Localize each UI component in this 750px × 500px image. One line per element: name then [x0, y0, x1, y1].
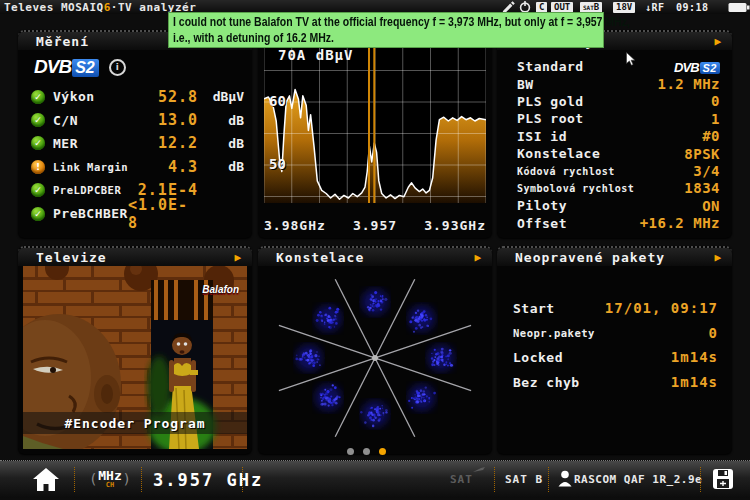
measurement-value: 13.0 [158, 111, 198, 129]
info-icon[interactable]: i [109, 59, 126, 76]
separator [141, 467, 142, 492]
param-row: Offset +16.2 MHz [497, 215, 732, 232]
param-label: ISI id [517, 129, 567, 144]
param-value: #0 [702, 128, 720, 144]
measurement-row: ! Link Margin 4.3 dB [18, 155, 252, 178]
page-dot[interactable] [363, 448, 370, 455]
separator [700, 467, 701, 492]
param-label: BW [517, 77, 534, 92]
analyzer-screen: Televes MOSAIQ6·TV analyzér C OUT SATB 1… [0, 0, 750, 500]
save-button[interactable] [712, 468, 734, 494]
check-icon: ✓ [31, 90, 45, 104]
check-icon: ✓ [31, 136, 45, 150]
param-value: 1834 [684, 180, 720, 196]
panel-televize-header[interactable]: Televize ▶ [18, 248, 252, 266]
measurement-label: Link Margin [53, 161, 128, 173]
check-icon: ✓ [31, 113, 45, 127]
measurement-row: ✓ Výkon 52.8 dBμV [18, 85, 252, 108]
counter-value: 1m14s [671, 349, 718, 365]
panel-konstelace-title: Konstelace [276, 250, 364, 265]
tv-preview[interactable]: Balafon #Encoder Program [23, 266, 247, 449]
page-dot[interactable] [379, 448, 386, 455]
param-row: Konstelace 8PSK [497, 145, 732, 162]
measurement-value: 4.3 [168, 158, 198, 176]
panel-neopravene-title: Neopravené pakety [515, 250, 665, 265]
param-row: BW 1.2 MHz [497, 75, 732, 92]
param-row: Piloty ON [497, 197, 732, 214]
channel-logo: Balafon [202, 284, 239, 295]
separator [494, 467, 495, 492]
param-value: 1 [711, 111, 720, 127]
measurement-unit: dB [198, 136, 244, 151]
check-icon: ✓ [31, 207, 45, 221]
chevron-right-icon: ▶ [714, 251, 722, 264]
mouse-cursor [626, 52, 637, 71]
frequency-display[interactable]: 3.957 GHz [153, 470, 263, 490]
measurement-label: Výkon [53, 89, 95, 104]
page-dot[interactable] [347, 448, 354, 455]
counter-label: Neopr.pakety [513, 327, 595, 339]
param-label: Konstelace [517, 146, 600, 161]
measurement-label: MER [53, 136, 78, 151]
panel-mereni: Měření DVBS2 i ✓ Výkon 52.8 dBμV✓ C/N 13… [18, 30, 252, 238]
counter-label: Locked [513, 350, 563, 365]
rf-indicator: ↓RF [645, 2, 665, 13]
constellation-diagram [258, 266, 492, 452]
separator [548, 467, 549, 492]
sat-band-button[interactable]: SAT B [505, 473, 543, 486]
annotation-line2: i.e., with a detuning of 16.2 MHz. [173, 30, 531, 46]
measurement-row: ✓ MER 12.2 dB [18, 132, 252, 155]
measurement-value: 12.2 [158, 134, 198, 152]
dvb-s2-logo: DVBS2 i [34, 56, 126, 78]
chevron-right-icon: ▶ [474, 251, 482, 264]
counter-row: Bez chyb 1m14s [497, 370, 732, 395]
badge-sat-b: SATB [580, 2, 602, 13]
measurement-unit: dB [198, 113, 244, 128]
param-label: Symbolová rychlost [517, 183, 634, 194]
dvb-s2-logo-small: DVBS2 [674, 59, 720, 75]
param-label: Offset [517, 216, 567, 231]
counter-label: Bez chyb [513, 375, 580, 390]
spectrum-graph: 70A dBμV 60 50 [264, 39, 486, 203]
counter-row: Neopr.pakety 0 [497, 321, 732, 346]
panel-spectrum[interactable]: 70A dBμV 60 50 3.98GHz 3.957 [258, 30, 492, 238]
sat-mode-indicator: SAT [450, 473, 473, 486]
param-row: PLS gold 0 [497, 93, 732, 110]
panel-konstelace: Konstelace ▶ [258, 246, 492, 454]
counter-value: 0 [709, 325, 718, 341]
clock: 09:18 [676, 2, 709, 13]
panel-neopravene-header[interactable]: Neopravené pakety ▶ [497, 248, 732, 266]
spectrum-x-axis: 3.98GHz 3.957 3.93GHz [264, 218, 486, 233]
param-value: 8PSK [684, 146, 720, 162]
check-icon: ✓ [31, 183, 45, 197]
param-row: PLS root 1 [497, 110, 732, 127]
measurement-row: ✓ PreBCHBER <1.0E-8 [18, 202, 252, 225]
xtick-center: 3.957 [353, 218, 397, 233]
xtick-right: 3.93GHz [424, 218, 486, 233]
counter-label: Start [513, 301, 555, 316]
spectrum-ref-label: 70A dBμV [278, 47, 353, 63]
badge-voltage: 18V [613, 2, 635, 13]
measurement-value: <1.0E-8 [128, 196, 198, 232]
parameter-rows: Standard DVBS2 BW 1.2 MHzPLS gold 0PLS r… [497, 58, 732, 232]
counter-row: Start 17/01, 09:17 [497, 296, 732, 321]
counter-value: 1m14s [671, 374, 718, 390]
satellite-selector[interactable]: RASCOM QAF 1R_2.9e [574, 473, 702, 486]
chevron-right-icon: ▶ [234, 251, 242, 264]
annotation-line1: I could not tune Balafon TV at the offic… [173, 14, 531, 30]
panel-televize: Televize ▶ [18, 246, 252, 454]
param-value: 1.2 MHz [657, 76, 720, 92]
error-counter-rows: Start 17/01, 09:17Neopr.pakety 0Locked 1… [497, 296, 732, 394]
param-row-standard: Standard DVBS2 [497, 58, 732, 75]
chevron-right-icon: ▶ [714, 35, 722, 48]
param-value: ON [702, 198, 720, 214]
panel-televize-title: Televize [36, 250, 107, 265]
panel-konstelace-header[interactable]: Konstelace ▶ [258, 248, 492, 266]
ytick-60: 60 [269, 93, 286, 109]
page-dots[interactable] [347, 448, 386, 455]
home-button[interactable] [32, 467, 60, 496]
measurement-label: PreLDPCBER [53, 184, 121, 196]
measurement-unit: dBμV [198, 89, 244, 104]
panel-neopravene: Neopravené pakety ▶ Start 17/01, 09:17Ne… [497, 246, 732, 454]
unit-toggle-button[interactable]: ( MHz CH ) [84, 465, 136, 493]
